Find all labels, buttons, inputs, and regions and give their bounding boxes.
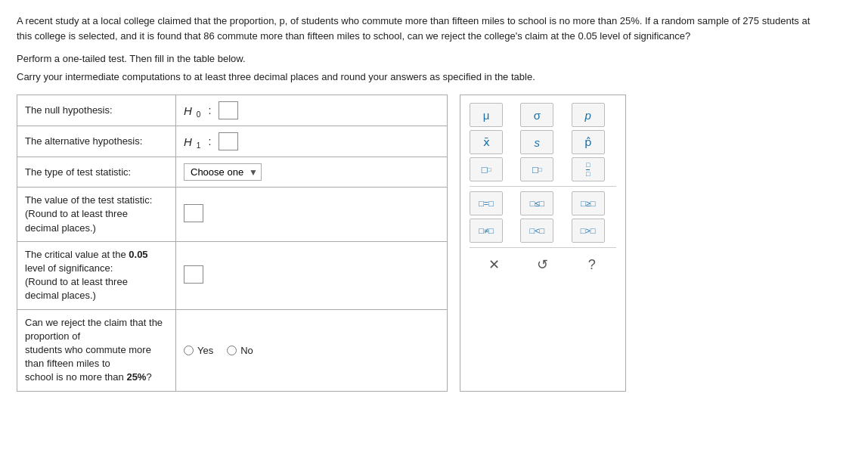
symbol-grid-row1: μ σ p [470,103,616,127]
alt-hypothesis-label: The alternative hypothesis: [17,126,176,157]
geq-button[interactable]: □≥□ [572,191,605,215]
symbol-grid-row5: □≠□ □<□ □>□ [470,219,616,243]
intro-paragraph: A recent study at a local college claime… [17,14,811,44]
yes-radio-label[interactable]: Yes [184,345,213,356]
sigma-button[interactable]: σ [520,103,553,127]
alt-hypothesis-input-cell: H1 : [176,126,448,157]
lt-button[interactable]: □<□ [520,219,553,243]
critical-value-input-cell [176,241,448,309]
neq-button[interactable]: □≠□ [470,219,503,243]
symbol-panel: μ σ p x̄ s p̂ □□ □□ □ □ □=□ □≤□ □≥□ □≠□ [460,95,626,391]
xbar-button[interactable]: x̄ [470,130,503,154]
symbol-divider-1 [470,186,616,187]
symbol-grid-row4: □=□ □≤□ □≥□ [470,191,616,215]
test-type-select-wrapper: Choose one Z t Chi-square F ▼ [184,163,262,181]
instruction-2: Carry your intermediate computations to … [17,70,851,85]
yes-radio[interactable] [184,346,194,355]
test-value-input-cell [176,188,448,242]
null-hypothesis-label: The null hypothesis: [17,95,176,126]
symbol-grid-row2: x̄ s p̂ [470,130,616,154]
p-button[interactable]: p [572,103,605,127]
undo-button[interactable]: ↺ [529,253,556,277]
help-button[interactable]: ? [578,253,606,277]
no-label-text: No [240,345,253,356]
critical-value-sublabel: (Round to at least three [25,276,128,287]
test-value-sublabel: (Round to at least three [25,208,128,219]
s-button[interactable]: s [520,130,553,154]
h0-symbol: H [184,104,192,117]
critical-value-input[interactable] [184,265,203,284]
test-type-row: The type of test statistic: Choose one Z… [17,157,448,188]
h1-input[interactable] [219,132,238,150]
null-hypothesis-row: The null hypothesis: H0 : [17,95,448,126]
gt-button[interactable]: □>□ [572,219,605,243]
test-value-sublabel2: decimal places.) [25,222,96,234]
test-value-row: The value of the test statistic: (Round … [17,188,448,242]
clear-button[interactable]: ✕ [480,253,507,277]
equals-button[interactable]: □=□ [470,191,503,215]
main-area: The null hypothesis: H0 : The alternativ… [17,95,851,391]
reject-claim-row: Can we reject the claim that the proport… [17,309,448,391]
squared-button[interactable]: □□ [470,157,503,181]
test-type-select[interactable]: Choose one Z t Chi-square F [184,163,262,181]
yes-no-radio-group: Yes No [184,345,439,356]
test-value-label: The value of the test statistic: (Round … [17,188,176,242]
fraction-button[interactable]: □ □ [572,157,605,181]
test-type-input-cell: Choose one Z t Chi-square F ▼ [176,157,448,188]
test-type-label: The type of test statistic: [17,157,176,188]
symbol-divider-2 [470,247,616,248]
no-radio-label[interactable]: No [227,345,253,356]
critical-value-row: The critical value at the 0.05 level of … [17,241,448,309]
critical-value-label: The critical value at the 0.05 level of … [17,241,176,309]
h0-colon: : [208,104,211,116]
null-hypothesis-input-cell: H0 : [176,95,448,126]
symbol-grid-row3: □□ □□ □ □ [470,157,616,181]
hypothesis-table: The null hypothesis: H0 : The alternativ… [17,95,448,391]
alt-hypothesis-row: The alternative hypothesis: H1 : [17,126,448,157]
symbol-action-row: ✕ ↺ ? [470,253,616,277]
h1-subscript: 1 [197,141,201,150]
reject-claim-label: Can we reject the claim that the proport… [17,309,176,391]
reject-claim-input-cell: Yes No [176,309,448,391]
phat-button[interactable]: p̂ [572,130,605,154]
instruction-1: Perform a one-tailed test. Then fill in … [17,51,851,67]
h0-input[interactable] [219,101,238,119]
subscript-button[interactable]: □□ [520,157,553,181]
leq-button[interactable]: □≤□ [520,191,553,215]
h1-colon: : [208,135,211,147]
test-value-input[interactable] [184,204,203,222]
h0-subscript: 0 [197,110,201,119]
yes-label-text: Yes [197,345,213,356]
h1-symbol: H [184,135,192,148]
no-radio[interactable] [227,346,237,355]
mu-button[interactable]: μ [470,103,503,127]
critical-value-sublabel2: decimal places.) [25,290,96,301]
